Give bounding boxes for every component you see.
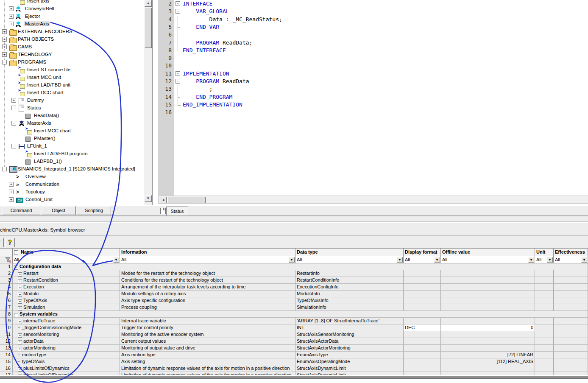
- code-line-13[interactable]: ;: [183, 85, 212, 93]
- code-line-2[interactable]: INTERFACE: [183, 0, 212, 8]
- window-bottom-scrollbar[interactable]: [0, 376, 588, 379]
- code-line-15[interactable]: END_IMPLEMENTATION: [183, 101, 242, 109]
- filter-dropdown-button[interactable]: ▼: [289, 257, 295, 263]
- plus-expand-box[interactable]: +: [18, 333, 22, 338]
- plus-expand-box[interactable]: +: [2, 52, 7, 57]
- tree-item-insert-lad-fbd-unit[interactable]: Insert LAD/FBD unit: [0, 81, 143, 89]
- clipped-toolbar-button[interactable]: ✓: [0, 238, 4, 247]
- data-type-cell[interactable]: StructAxisDynamicLimit: [295, 365, 404, 372]
- display-format-cell[interactable]: [404, 284, 441, 291]
- table-row-typeofaxis[interactable]: 15typeOfAxisAxis settingEnumAxisOperatin…: [0, 358, 588, 365]
- plus-expand-box[interactable]: +: [18, 293, 22, 297]
- offline-value-cell[interactable]: [441, 365, 535, 372]
- display-format-cell[interactable]: [404, 318, 441, 324]
- offline-value-cell[interactable]: [441, 338, 535, 345]
- information-cell[interactable]: Modulo settings of a rotary axis: [120, 291, 295, 297]
- data-type-cell[interactable]: StructAxisDynamicLimit: [295, 372, 404, 375]
- column-header-effectiveness[interactable]: Effectiveness: [554, 249, 588, 256]
- tree-item-insert-mcc-unit[interactable]: Insert MCC unit: [0, 74, 143, 81]
- tree-item-control-unit[interactable]: +CUControl_Unit: [0, 196, 143, 204]
- display-format-cell[interactable]: [404, 372, 441, 375]
- filter-dropdown-button[interactable]: ▼: [547, 257, 553, 263]
- table-row-execution[interactable]: 4+ExecutionArrangement of the interpolat…: [0, 284, 588, 291]
- name-cell[interactable]: +Restart: [13, 270, 120, 277]
- information-cell[interactable]: Modes for the restart of the technology …: [120, 270, 295, 277]
- offline-value-cell[interactable]: [441, 304, 535, 311]
- effectiveness-cell[interactable]: [554, 304, 588, 311]
- plus-expand-box[interactable]: +: [9, 197, 14, 202]
- plus-expand-box[interactable]: +: [18, 347, 22, 351]
- information-cell[interactable]: Arrangement of the interpolator task lev…: [120, 284, 295, 291]
- tab-status[interactable]: Status: [166, 207, 188, 216]
- information-cell[interactable]: Axis motion type: [120, 352, 295, 358]
- scroll-thumb[interactable]: [167, 197, 206, 203]
- effectiveness-cell[interactable]: [554, 331, 588, 338]
- tree-item-topology[interactable]: +>Topology: [0, 188, 143, 196]
- tree-vertical-scrollbar[interactable]: ▲ ▼: [144, 0, 153, 205]
- information-cell[interactable]: Current output values: [120, 338, 295, 345]
- name-cell[interactable]: +plusLimitsOfDynamics: [13, 365, 120, 372]
- filter-value[interactable]: All: [295, 257, 397, 262]
- filter-dropdown-button[interactable]: ▼: [434, 257, 440, 263]
- column-header-display-format[interactable]: Display format: [404, 249, 441, 256]
- row-number[interactable]: 6: [0, 297, 13, 304]
- tree-item-external-encoders[interactable]: +EXTERNAL ENCODERS: [0, 28, 143, 36]
- row-number[interactable]: 15: [0, 358, 13, 365]
- information-cell[interactable]: Internal trace variable: [120, 318, 295, 324]
- table-row-triggercommissioningmode[interactable]: 10_triggerCommissioningModeTrigger for c…: [0, 324, 588, 331]
- code-line-8[interactable]: END_INTERFACE: [183, 47, 226, 54]
- plus-expand-box[interactable]: +: [18, 367, 22, 372]
- table-row-modulo[interactable]: 5+ModuloModulo settings of a rotary axis…: [0, 291, 588, 297]
- effectiveness-cell[interactable]: [554, 270, 588, 277]
- tab-command-library[interactable]: Command library: [2, 206, 40, 215]
- name-cell[interactable]: typeOfAxis: [13, 358, 120, 365]
- tree-item-technology[interactable]: +TECHNOLOGY: [0, 51, 143, 59]
- name-cell[interactable]: +actorData: [13, 338, 120, 345]
- tree-item-ladfbd-1[interactable]: LADFBD_1(): [0, 158, 143, 165]
- name-cell[interactable]: +RestartCondition: [13, 277, 120, 284]
- unit-cell[interactable]: [535, 291, 554, 297]
- data-type-cell[interactable]: ModuloInfo: [295, 291, 404, 297]
- effectiveness-cell[interactable]: [554, 365, 588, 372]
- name-cell[interactable]: +Simulation: [13, 304, 120, 311]
- data-type-cell[interactable]: StructAxisActorMonitoring: [295, 345, 404, 352]
- name-cell[interactable]: +actorMonitoring: [13, 345, 120, 352]
- data-type-cell[interactable]: INT: [295, 324, 404, 331]
- unit-cell[interactable]: [535, 324, 554, 331]
- help-button[interactable]: ?: [5, 238, 15, 247]
- offline-value-cell[interactable]: [441, 270, 535, 277]
- data-type-cell[interactable]: SimulationInfo: [295, 304, 404, 311]
- minus-expand-box[interactable]: -: [2, 60, 7, 64]
- row-number[interactable]: 17: [0, 372, 13, 375]
- name-cell[interactable]: +internalToTrace: [13, 318, 120, 324]
- data-type-cell[interactable]: ExecutionConfigInfo: [295, 284, 404, 291]
- name-cell[interactable]: +TypeOfAxis: [13, 297, 120, 304]
- plus-expand-box[interactable]: +: [9, 182, 14, 187]
- filter-dropdown-button[interactable]: ▼: [581, 257, 587, 263]
- row-number[interactable]: 12: [0, 338, 13, 345]
- display-format-cell[interactable]: [404, 270, 441, 277]
- filter-value[interactable]: All: [441, 257, 528, 262]
- collapse-all-box[interactable]: -: [14, 250, 18, 254]
- filter-value[interactable]: All: [535, 257, 547, 262]
- column-header-name[interactable]: -Name: [13, 249, 120, 256]
- offline-value-cell[interactable]: [441, 331, 535, 338]
- row-number[interactable]: 2: [0, 270, 13, 277]
- tree-item-insert-mcc-chart[interactable]: Insert MCC chart: [0, 127, 143, 135]
- table-row-system-variables[interactable]: 8-System variables: [0, 311, 588, 318]
- code-line-14[interactable]: END_PROGRAM: [183, 93, 232, 101]
- data-type-cell[interactable]: RestartInfo: [295, 270, 404, 277]
- plus-expand-box[interactable]: +: [9, 6, 14, 11]
- offline-value-cell[interactable]: [441, 297, 535, 304]
- code-line-4[interactable]: Data : _MC_ReadStatus;: [183, 16, 282, 23]
- display-format-cell[interactable]: [404, 291, 441, 297]
- plus-expand-box[interactable]: +: [18, 286, 22, 290]
- row-number[interactable]: 9: [0, 318, 13, 324]
- row-number[interactable]: 11: [0, 331, 13, 338]
- minus-expand-box[interactable]: -: [11, 106, 16, 110]
- filter-value[interactable]: All: [554, 257, 581, 262]
- information-cell[interactable]: Axis type-specific configuration: [120, 297, 295, 304]
- scroll-thumb[interactable]: [145, 8, 152, 48]
- offline-value-cell[interactable]: [441, 372, 535, 375]
- filter-dropdown-button[interactable]: ▼: [528, 257, 534, 263]
